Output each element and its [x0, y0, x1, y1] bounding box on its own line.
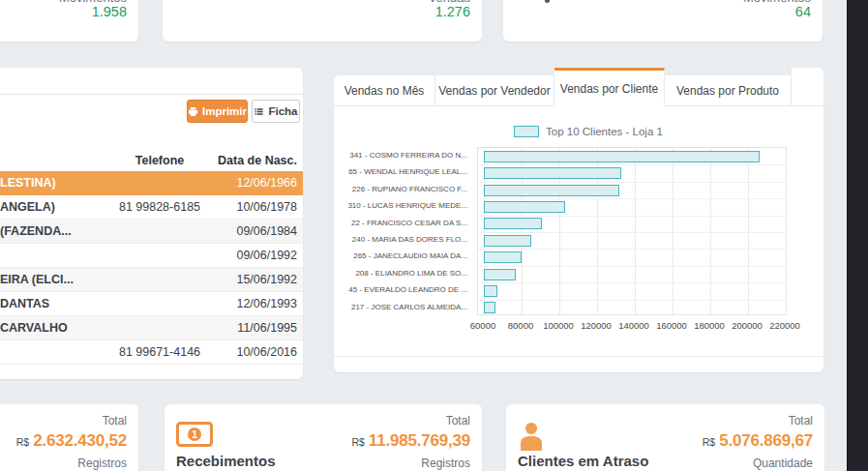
client-row[interactable]: (FAZENDA...09/06/1984: [0, 220, 303, 244]
gridline: [748, 148, 749, 314]
stat-value: 1.276: [435, 4, 470, 19]
tab-vendas-por-cliente[interactable]: Vendas por Cliente: [554, 68, 665, 106]
currency-label: R$: [16, 436, 29, 448]
chart-category-label: 240 - MARIA DAS DORES FLO...: [334, 231, 472, 248]
chart-bar[interactable]: [484, 235, 531, 247]
tab-vendas-por-produto[interactable]: Vendas por Produto: [665, 75, 792, 106]
client-birthdate: 09/06/1992: [203, 249, 300, 262]
total-value: R$11.985.769,39: [351, 431, 470, 451]
client-birthdate: 10/06/1978: [203, 200, 300, 214]
x-tick-label: 60000: [470, 320, 495, 331]
stat-value: 1.958: [92, 4, 127, 19]
total-value: R$2.632.430,52: [16, 431, 127, 451]
client-birthdate: 12/06/1966: [203, 176, 300, 190]
tab-vendas-no-m-s[interactable]: Vendas no Mês: [334, 75, 435, 106]
legend-label: Top 10 Clientes - Loja 1: [546, 126, 663, 137]
chart-category-label: 226 - RUPIANO FRANCISCO F...: [334, 181, 472, 197]
gridline: [478, 282, 786, 283]
x-tick-label: 80000: [508, 320, 533, 331]
printer-icon: [188, 106, 198, 117]
chart-bar[interactable]: [484, 285, 497, 297]
chart-category-label: 22 - FRANCISCO CESAR DA S...: [334, 215, 472, 231]
sub-label: Registros: [16, 456, 127, 470]
print-button[interactable]: Imprimir: [187, 100, 248, 123]
tab-strip-stub: [792, 68, 823, 106]
client-name: ANGELA): [0, 200, 116, 214]
clients-panel-header: [0, 68, 303, 95]
chart-bar[interactable]: [484, 185, 619, 196]
chart-bar[interactable]: [484, 269, 516, 280]
clients-panel: Imprimir Ficha Telefone Data de Nasc. LE…: [0, 68, 303, 379]
sub-label: Registros: [351, 456, 470, 470]
amount: 5.076.869,67: [719, 431, 813, 450]
sub-label: Quantidade: [703, 456, 813, 470]
client-row[interactable]: 81 99671-414610/06/2016: [0, 340, 303, 365]
gridline: [710, 148, 711, 314]
x-tick-label: 220000: [769, 320, 800, 331]
gridline: [478, 232, 786, 233]
client-row[interactable]: LESTINA)12/06/1966: [0, 171, 303, 195]
person-icon: [518, 422, 545, 451]
gridline: [786, 148, 787, 314]
client-row[interactable]: 09/06/1992: [0, 244, 303, 268]
gridline: [673, 148, 673, 314]
client-phone: 81 99671-4146: [116, 345, 203, 359]
client-row[interactable]: CARVALHO11/06/1995: [0, 316, 303, 340]
client-row[interactable]: EIRA (ELCI...15/06/1992: [0, 268, 303, 292]
x-tick-label: 140000: [618, 320, 649, 331]
x-tick-label: 180000: [694, 320, 725, 331]
stat-card-vendas: Vendas 1.276: [163, 0, 482, 42]
client-row[interactable]: ANGELA)81 99828-618510/06/1978: [0, 195, 303, 220]
tabs-holder: Vendas no MêsVendas por VendedorVendas p…: [334, 68, 792, 106]
tab-strip: Vendas no MêsVendas por VendedorVendas p…: [334, 68, 823, 106]
client-birthdate: 15/06/1992: [203, 273, 300, 286]
chart-bar[interactable]: [484, 302, 495, 313]
banknote-icon: 1: [176, 422, 213, 447]
client-name: DANTAS: [0, 297, 116, 310]
summary-right-block: Total R$2.632.430,52 Registros: [16, 414, 127, 470]
chart-category-label: 310 - LUCAS HENRIQUE MEDE...: [334, 197, 472, 214]
x-tick-label: 120000: [581, 320, 612, 331]
gridline: [478, 249, 786, 250]
svg-text:1: 1: [192, 428, 197, 440]
client-name: LESTINA): [0, 176, 116, 190]
header-phone: Telefone: [116, 154, 203, 167]
chart-bar[interactable]: [484, 201, 565, 213]
sales-panel: Vendas no MêsVendas por VendedorVendas p…: [334, 68, 823, 372]
chart-footer-divider: [334, 356, 823, 357]
summary-card-clientes-atraso: Clientes em Atraso Total R$5.076.869,67 …: [506, 404, 824, 471]
x-tick-label: 160000: [656, 320, 687, 331]
chart-bar[interactable]: [484, 251, 522, 263]
client-name: (FAZENDA...: [0, 224, 116, 238]
ficha-button[interactable]: Ficha: [252, 100, 300, 123]
chart-legend: Top 10 Clientes - Loja 1: [344, 126, 833, 137]
chart-category-label: 45 - EVERALDO LEANDRO DE ...: [334, 281, 472, 298]
clients-table: Telefone Data de Nasc. LESTINA)12/06/196…: [0, 150, 303, 365]
dark-side-panel-edge: [847, 0, 868, 471]
summary-right-block: Total R$11.985.769,39 Registros: [351, 414, 470, 470]
print-button-label: Imprimir: [202, 105, 247, 117]
currency-label: R$: [351, 436, 364, 448]
client-phone: 81 99828-6185: [116, 200, 203, 214]
gridline: [478, 216, 786, 217]
summary-title: Clientes em Atraso: [518, 453, 648, 469]
client-row[interactable]: DANTAS12/06/1993: [0, 292, 303, 316]
amount: 11.985.769,39: [369, 431, 470, 450]
client-birthdate: 11/06/1995: [203, 321, 300, 335]
summary-icon-block: 1: [176, 422, 213, 451]
chart-bar[interactable]: [484, 167, 621, 179]
header-birth: Data de Nasc.: [203, 154, 300, 167]
gridline: [478, 266, 786, 267]
amount: 2.632.430,52: [33, 431, 127, 450]
ficha-button-label: Ficha: [268, 105, 297, 117]
clipped-icon: [545, 0, 550, 3]
stat-card-movimentos-2: Movimentos 64: [503, 0, 823, 42]
summary-right-block: Total R$5.076.869,67 Quantidade: [703, 414, 813, 470]
chart-bar[interactable]: [484, 151, 760, 162]
gridline: [478, 182, 786, 183]
x-tick-label: 200000: [732, 320, 763, 331]
list-icon: [254, 106, 264, 117]
chart-bar[interactable]: [484, 218, 542, 229]
tab-vendas-por-vendedor[interactable]: Vendas por Vendedor: [435, 75, 554, 106]
client-birthdate: 09/06/1984: [203, 224, 300, 238]
